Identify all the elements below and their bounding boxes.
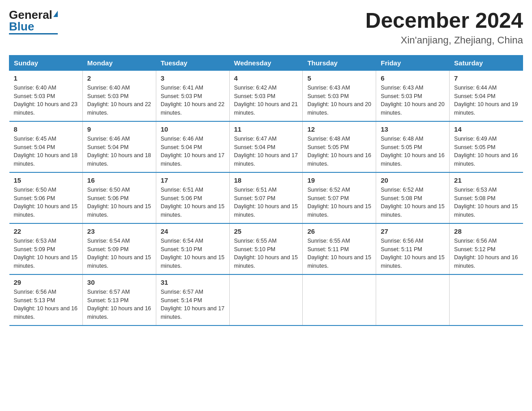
day-info: Sunrise: 6:56 AMSunset: 5:13 PMDaylight:… xyxy=(14,288,78,321)
calendar-cell xyxy=(229,274,303,325)
day-number: 13 xyxy=(381,125,445,133)
day-info: Sunrise: 6:46 AMSunset: 5:04 PMDaylight:… xyxy=(161,135,225,168)
day-number: 29 xyxy=(14,278,78,286)
calendar-cell: 8 Sunrise: 6:45 AMSunset: 5:04 PMDayligh… xyxy=(9,121,83,172)
calendar-cell: 10 Sunrise: 6:46 AMSunset: 5:04 PMDaylig… xyxy=(156,121,229,172)
day-info: Sunrise: 6:51 AMSunset: 5:07 PMDaylight:… xyxy=(234,186,298,219)
day-number: 9 xyxy=(87,125,151,133)
day-info: Sunrise: 6:48 AMSunset: 5:05 PMDaylight:… xyxy=(381,135,445,168)
calendar-cell: 5 Sunrise: 6:43 AMSunset: 5:03 PMDayligh… xyxy=(303,70,376,121)
calendar-cell xyxy=(450,274,523,325)
calendar-cell: 16 Sunrise: 6:50 AMSunset: 5:06 PMDaylig… xyxy=(82,172,156,223)
header-row: Sunday Monday Tuesday Wednesday Thursday… xyxy=(9,55,523,70)
col-friday: Friday xyxy=(376,55,450,70)
day-info: Sunrise: 6:47 AMSunset: 5:04 PMDaylight:… xyxy=(234,135,298,168)
day-info: Sunrise: 6:55 AMSunset: 5:11 PMDaylight:… xyxy=(307,237,371,270)
calendar-table: Sunday Monday Tuesday Wednesday Thursday… xyxy=(9,55,523,326)
day-info: Sunrise: 6:40 AMSunset: 5:03 PMDaylight:… xyxy=(14,84,78,117)
logo-triangle-icon xyxy=(53,11,58,17)
calendar-cell: 11 Sunrise: 6:47 AMSunset: 5:04 PMDaylig… xyxy=(229,121,303,172)
day-info: Sunrise: 6:55 AMSunset: 5:10 PMDaylight:… xyxy=(234,237,298,270)
calendar-cell: 24 Sunrise: 6:54 AMSunset: 5:10 PMDaylig… xyxy=(156,223,229,274)
col-monday: Monday xyxy=(82,55,156,70)
day-number: 25 xyxy=(234,227,298,235)
calendar-cell xyxy=(303,274,376,325)
col-wednesday: Wednesday xyxy=(229,55,303,70)
day-number: 16 xyxy=(87,176,151,184)
day-number: 18 xyxy=(234,176,298,184)
subtitle: Xin'anjiang, Zhejiang, China xyxy=(365,34,523,46)
day-info: Sunrise: 6:57 AMSunset: 5:14 PMDaylight:… xyxy=(161,288,225,321)
calendar-cell: 1 Sunrise: 6:40 AMSunset: 5:03 PMDayligh… xyxy=(9,70,83,121)
calendar-header: Sunday Monday Tuesday Wednesday Thursday… xyxy=(9,55,523,70)
day-info: Sunrise: 6:41 AMSunset: 5:03 PMDaylight:… xyxy=(161,84,225,117)
day-number: 6 xyxy=(381,74,445,82)
day-info: Sunrise: 6:43 AMSunset: 5:03 PMDaylight:… xyxy=(381,84,445,117)
day-info: Sunrise: 6:53 AMSunset: 5:08 PMDaylight:… xyxy=(454,186,518,219)
calendar-week-row: 29 Sunrise: 6:56 AMSunset: 5:13 PMDaylig… xyxy=(9,274,523,325)
day-number: 24 xyxy=(161,227,225,235)
day-number: 20 xyxy=(381,176,445,184)
calendar-cell: 26 Sunrise: 6:55 AMSunset: 5:11 PMDaylig… xyxy=(303,223,376,274)
day-info: Sunrise: 6:54 AMSunset: 5:09 PMDaylight:… xyxy=(87,237,151,270)
day-number: 8 xyxy=(14,125,78,133)
day-info: Sunrise: 6:52 AMSunset: 5:08 PMDaylight:… xyxy=(381,186,445,219)
day-info: Sunrise: 6:54 AMSunset: 5:10 PMDaylight:… xyxy=(161,237,225,270)
calendar-cell: 21 Sunrise: 6:53 AMSunset: 5:08 PMDaylig… xyxy=(450,172,523,223)
day-info: Sunrise: 6:40 AMSunset: 5:03 PMDaylight:… xyxy=(87,84,151,117)
calendar-cell: 13 Sunrise: 6:48 AMSunset: 5:05 PMDaylig… xyxy=(376,121,450,172)
calendar-cell: 3 Sunrise: 6:41 AMSunset: 5:03 PMDayligh… xyxy=(156,70,229,121)
calendar-body: 1 Sunrise: 6:40 AMSunset: 5:03 PMDayligh… xyxy=(9,70,523,325)
calendar-cell: 22 Sunrise: 6:53 AMSunset: 5:09 PMDaylig… xyxy=(9,223,83,274)
day-info: Sunrise: 6:45 AMSunset: 5:04 PMDaylight:… xyxy=(14,135,78,168)
day-number: 5 xyxy=(307,74,371,82)
calendar-cell: 30 Sunrise: 6:57 AMSunset: 5:13 PMDaylig… xyxy=(82,274,156,325)
calendar-cell: 19 Sunrise: 6:52 AMSunset: 5:07 PMDaylig… xyxy=(303,172,376,223)
day-number: 21 xyxy=(454,176,518,184)
calendar-week-row: 22 Sunrise: 6:53 AMSunset: 5:09 PMDaylig… xyxy=(9,223,523,274)
day-number: 11 xyxy=(234,125,298,133)
calendar-cell: 14 Sunrise: 6:49 AMSunset: 5:05 PMDaylig… xyxy=(450,121,523,172)
day-number: 15 xyxy=(14,176,78,184)
day-info: Sunrise: 6:56 AMSunset: 5:11 PMDaylight:… xyxy=(381,237,445,270)
day-number: 31 xyxy=(161,278,225,286)
day-info: Sunrise: 6:52 AMSunset: 5:07 PMDaylight:… xyxy=(307,186,371,219)
day-info: Sunrise: 6:49 AMSunset: 5:05 PMDaylight:… xyxy=(454,135,518,168)
col-thursday: Thursday xyxy=(303,55,376,70)
day-number: 26 xyxy=(307,227,371,235)
title-block: December 2024 Xin'anjiang, Zhejiang, Chi… xyxy=(365,9,523,46)
day-number: 17 xyxy=(161,176,225,184)
day-info: Sunrise: 6:43 AMSunset: 5:03 PMDaylight:… xyxy=(307,84,371,117)
day-number: 1 xyxy=(14,74,78,82)
day-number: 22 xyxy=(14,227,78,235)
page-header: General Blue December 2024 Xin'anjiang, … xyxy=(9,9,523,46)
col-tuesday: Tuesday xyxy=(156,55,229,70)
main-title: December 2024 xyxy=(365,9,523,33)
day-number: 19 xyxy=(307,176,371,184)
day-number: 10 xyxy=(161,125,225,133)
day-info: Sunrise: 6:48 AMSunset: 5:05 PMDaylight:… xyxy=(307,135,371,168)
calendar-cell: 9 Sunrise: 6:46 AMSunset: 5:04 PMDayligh… xyxy=(82,121,156,172)
calendar-cell: 17 Sunrise: 6:51 AMSunset: 5:06 PMDaylig… xyxy=(156,172,229,223)
day-info: Sunrise: 6:57 AMSunset: 5:13 PMDaylight:… xyxy=(87,288,151,321)
day-number: 30 xyxy=(87,278,151,286)
logo-underline xyxy=(9,33,58,34)
day-info: Sunrise: 6:53 AMSunset: 5:09 PMDaylight:… xyxy=(14,237,78,270)
calendar-cell: 20 Sunrise: 6:52 AMSunset: 5:08 PMDaylig… xyxy=(376,172,450,223)
calendar-week-row: 8 Sunrise: 6:45 AMSunset: 5:04 PMDayligh… xyxy=(9,121,523,172)
day-info: Sunrise: 6:56 AMSunset: 5:12 PMDaylight:… xyxy=(454,237,518,270)
day-info: Sunrise: 6:46 AMSunset: 5:04 PMDaylight:… xyxy=(87,135,151,168)
day-number: 28 xyxy=(454,227,518,235)
calendar-cell: 29 Sunrise: 6:56 AMSunset: 5:13 PMDaylig… xyxy=(9,274,83,325)
calendar-cell: 28 Sunrise: 6:56 AMSunset: 5:12 PMDaylig… xyxy=(450,223,523,274)
calendar-cell: 7 Sunrise: 6:44 AMSunset: 5:04 PMDayligh… xyxy=(450,70,523,121)
day-number: 14 xyxy=(454,125,518,133)
day-number: 3 xyxy=(161,74,225,82)
col-saturday: Saturday xyxy=(450,55,523,70)
calendar-cell: 2 Sunrise: 6:40 AMSunset: 5:03 PMDayligh… xyxy=(82,70,156,121)
day-number: 7 xyxy=(454,74,518,82)
day-number: 27 xyxy=(381,227,445,235)
calendar-week-row: 15 Sunrise: 6:50 AMSunset: 5:06 PMDaylig… xyxy=(9,172,523,223)
day-number: 23 xyxy=(87,227,151,235)
calendar-week-row: 1 Sunrise: 6:40 AMSunset: 5:03 PMDayligh… xyxy=(9,70,523,121)
